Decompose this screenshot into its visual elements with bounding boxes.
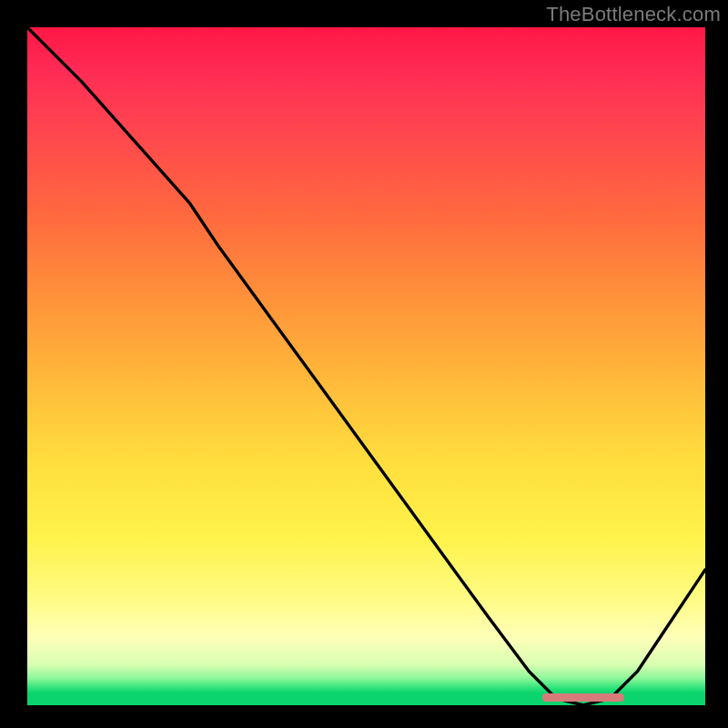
chart-frame — [27, 27, 705, 705]
plot-area — [27, 27, 705, 705]
watermark-text: TheBottleneck.com — [546, 3, 721, 26]
optimal-range-marker — [542, 693, 623, 702]
heatmap-background — [27, 27, 705, 705]
